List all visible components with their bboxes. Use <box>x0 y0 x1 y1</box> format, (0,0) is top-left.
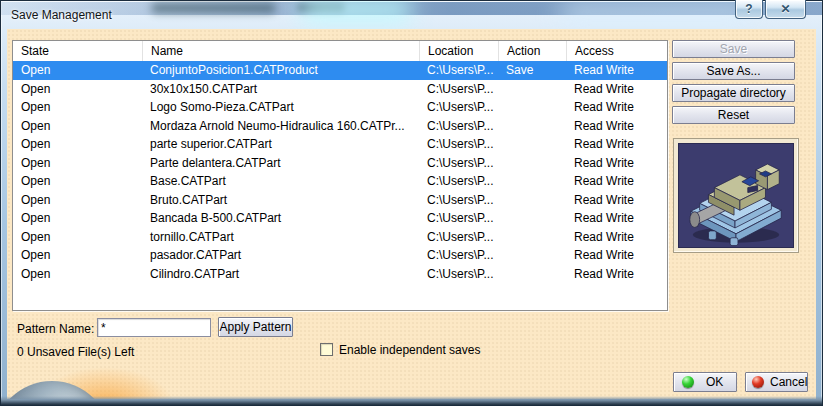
column-header-access[interactable]: Access <box>566 41 667 61</box>
cancel-label: Cancel <box>770 375 807 389</box>
column-header-state[interactable]: State <box>13 41 142 61</box>
side-button-label: Reset <box>718 108 749 122</box>
cell-location: C:\Users\P... <box>419 63 498 77</box>
cell-access: Read Write <box>566 100 667 114</box>
table-row[interactable]: Open tornillo.CATPart C:\Users\P... Read… <box>13 228 667 247</box>
cell-name: pasador.CATPart <box>142 248 419 262</box>
table-row[interactable]: Open Mordaza Arnold Neumo-Hidraulica 160… <box>13 117 667 136</box>
table-row[interactable]: Open Base.CATPart C:\Users\P... Read Wri… <box>13 172 667 191</box>
cell-location: C:\Users\P... <box>419 137 498 151</box>
ok-button[interactable]: OK <box>673 372 737 392</box>
table-row[interactable]: Open pasador.CATPart C:\Users\P... Read … <box>13 246 667 265</box>
table-row[interactable]: Open Logo Somo-Pieza.CATPart C:\Users\P.… <box>13 98 667 117</box>
column-header-location[interactable]: Location <box>419 41 498 61</box>
cell-access: Read Write <box>566 193 667 207</box>
table-row[interactable]: Open 30x10x150.CATPart C:\Users\P... Rea… <box>13 80 667 99</box>
cell-state: Open <box>13 193 142 207</box>
cell-access: Read Write <box>566 119 667 133</box>
cancel-sphere-icon <box>752 376 764 388</box>
table-row[interactable]: Open parte superior.CATPart C:\Users\P..… <box>13 135 667 154</box>
side-button[interactable]: Reset <box>672 106 795 124</box>
titlebar-blur-artifact <box>151 3 276 13</box>
apply-pattern-label: Apply Pattern <box>219 320 291 334</box>
cell-state: Open <box>13 230 142 244</box>
cell-state: Open <box>13 137 142 151</box>
apply-pattern-button[interactable]: Apply Pattern <box>218 317 293 337</box>
cell-location: C:\Users\P... <box>419 230 498 244</box>
save-management-dialog: Save Management ? ✕ State Name Location … <box>0 0 823 406</box>
cell-access: Read Write <box>566 248 667 262</box>
table-row[interactable]: Open Bruto.CATPart C:\Users\P... Read Wr… <box>13 191 667 210</box>
side-button[interactable]: Save <box>672 40 795 58</box>
table-row[interactable]: Open Parte delantera.CATPart C:\Users\P.… <box>13 154 667 173</box>
cell-name: Bruto.CATPart <box>142 193 419 207</box>
independent-saves-checkbox[interactable] <box>320 343 333 356</box>
cell-access: Read Write <box>566 137 667 151</box>
cell-location: C:\Users\P... <box>419 156 498 170</box>
cell-location: C:\Users\P... <box>419 100 498 114</box>
table-row[interactable]: Open Bancada B-500.CATPart C:\Users\P...… <box>13 209 667 228</box>
cell-location: C:\Users\P... <box>419 174 498 188</box>
cell-access: Read Write <box>566 230 667 244</box>
file-list-rows: Open ConjuntoPosicion1.CATProduct C:\Use… <box>13 61 667 283</box>
cell-state: Open <box>13 82 142 96</box>
cell-state: Open <box>13 211 142 225</box>
part-preview-canvas <box>678 143 794 248</box>
cell-name: Parte delantera.CATPart <box>142 156 419 170</box>
cell-name: parte superior.CATPart <box>142 137 419 151</box>
file-list-header: State Name Location Action Access <box>13 41 667 61</box>
unsaved-files-status: 0 Unsaved File(s) Left <box>17 345 134 359</box>
side-button-panel: Save Save As... Propagate directory Rese… <box>672 40 795 124</box>
cell-state: Open <box>13 156 142 170</box>
table-row[interactable]: Open Cilindro.CATPart C:\Users\P... Read… <box>13 265 667 284</box>
cell-location: C:\Users\P... <box>419 119 498 133</box>
cell-state: Open <box>13 100 142 114</box>
independent-saves-label: Enable independent saves <box>339 343 480 357</box>
side-button[interactable]: Save As... <box>672 62 795 80</box>
column-header-action[interactable]: Action <box>498 41 566 61</box>
ok-label: OK <box>706 375 723 389</box>
cell-name: Logo Somo-Pieza.CATPart <box>142 100 419 114</box>
help-button[interactable]: ? <box>735 0 763 19</box>
part-3d-thumbnail <box>679 144 793 247</box>
table-row[interactable]: Open ConjuntoPosicion1.CATProduct C:\Use… <box>13 61 667 80</box>
part-preview-frame <box>673 138 799 253</box>
file-list: State Name Location Action Access Open C… <box>12 40 668 311</box>
help-icon: ? <box>745 2 752 16</box>
cell-access: Read Write <box>566 63 667 77</box>
close-button[interactable]: ✕ <box>765 0 806 19</box>
titlebar-glow <box>561 1 751 27</box>
cancel-button[interactable]: Cancel <box>745 372 808 392</box>
cell-name: ConjuntoPosicion1.CATProduct <box>142 63 419 77</box>
cell-state: Open <box>13 267 142 281</box>
cell-state: Open <box>13 63 142 77</box>
cell-access: Read Write <box>566 267 667 281</box>
cell-location: C:\Users\P... <box>419 211 498 225</box>
cell-name: Mordaza Arnold Neumo-Hidraulica 160.CATP… <box>142 119 419 133</box>
cell-access: Read Write <box>566 82 667 96</box>
column-header-name[interactable]: Name <box>142 41 419 61</box>
cell-location: C:\Users\P... <box>419 267 498 281</box>
cell-name: Bancada B-500.CATPart <box>142 211 419 225</box>
window-frame-bottom <box>1 396 822 405</box>
cell-access: Read Write <box>566 211 667 225</box>
cell-access: Read Write <box>566 156 667 170</box>
side-button-label: Save <box>720 42 747 56</box>
caption-buttons: ? ✕ <box>735 0 806 19</box>
pattern-name-input[interactable] <box>97 318 211 337</box>
titlebar-glow <box>301 1 411 23</box>
cell-location: C:\Users\P... <box>419 193 498 207</box>
window-title: Save Management <box>11 8 112 22</box>
cell-state: Open <box>13 248 142 262</box>
titlebar[interactable]: Save Management <box>1 1 822 29</box>
side-button[interactable]: Propagate directory <box>672 84 795 102</box>
cell-location: C:\Users\P... <box>419 82 498 96</box>
cell-state: Open <box>13 174 142 188</box>
cell-name: Base.CATPart <box>142 174 419 188</box>
side-button-label: Save As... <box>706 64 760 78</box>
cell-location: C:\Users\P... <box>419 248 498 262</box>
cell-name: tornillo.CATPart <box>142 230 419 244</box>
dialog-body: State Name Location Action Access Open C… <box>7 29 816 399</box>
close-icon: ✕ <box>780 2 790 16</box>
cell-name: 30x10x150.CATPart <box>142 82 419 96</box>
